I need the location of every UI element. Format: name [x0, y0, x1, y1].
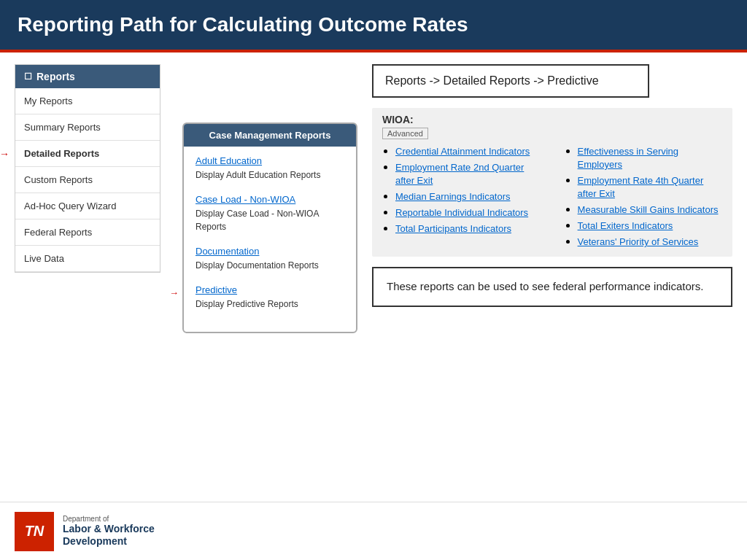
main-content: ​☐ Reports My Reports Summary Reports → …: [0, 52, 747, 489]
info-box: These reports can be used to see federal…: [372, 267, 732, 307]
list-item: Veterans' Priority of Services: [578, 235, 722, 248]
page-header: Reporting Path for Calculating Outcome R…: [0, 0, 747, 52]
sidebar-item-live-data[interactable]: Live Data: [15, 246, 160, 272]
list-item: Reportable Individual Indicators: [395, 206, 543, 219]
sidebar: ​☐ Reports My Reports Summary Reports → …: [15, 64, 160, 273]
wioa-list-2: Effectiveness in Serving Employers Emplo…: [565, 144, 722, 251]
veterans-priority-link[interactable]: Veterans' Priority of Services: [578, 236, 699, 247]
measurable-skill-link[interactable]: Measurable Skill Gains Indicators: [578, 204, 719, 215]
predictive-arrow-icon: →: [169, 287, 179, 298]
caseload-desc: Display Case Load - Non-WIOA Reports: [196, 209, 319, 232]
wioa-section: WIOA: Advanced Credential Attainment Ind…: [372, 108, 732, 257]
adult-education-link[interactable]: Adult Education: [196, 155, 344, 166]
credential-attainment-link[interactable]: Credential Attainment Indicators: [395, 146, 530, 157]
sidebar-item-federal-reports[interactable]: Federal Reports: [15, 219, 160, 246]
sidebar-arrow-icon: →: [0, 148, 9, 160]
total-exiters-link[interactable]: Total Exiters Indicators: [578, 220, 673, 231]
info-text: These reports can be used to see federal…: [387, 280, 703, 292]
footer-org-name: Labor & WorkforceDevelopment: [63, 523, 155, 548]
sidebar-item-detailed-reports[interactable]: → Detailed Reports: [15, 141, 160, 167]
case-panel-body: Adult Education Display Adult Education …: [184, 147, 356, 332]
list-item: Total Exiters Indicators: [578, 219, 722, 232]
list-item: Effectiveness in Serving Employers: [578, 144, 722, 171]
page-title: Reporting Path for Calculating Outcome R…: [18, 13, 729, 36]
predictive-desc: Display Predictive Reports: [196, 299, 298, 309]
reportable-individual-link[interactable]: Reportable Individual Indicators: [395, 207, 528, 218]
list-item: Credential Attainment Indicators: [395, 144, 543, 158]
wioa-subtitle: Advanced: [382, 128, 722, 139]
list-item: Employment Rate 2nd Quarter after Exit: [395, 160, 543, 187]
wioa-title: WIOA:: [382, 114, 722, 125]
footer-text: Department of Labor & WorkforceDevelopme…: [63, 515, 155, 548]
sidebar-item-my-reports[interactable]: My Reports: [15, 88, 160, 114]
list-item: Median Earnings Indicators: [395, 190, 543, 203]
path-box: Reports -> Detailed Reports -> Predictiv…: [372, 64, 649, 98]
case-panel-header: Case Management Reports: [184, 124, 356, 147]
case-report-caseload: Case Load - Non-WIOA Display Case Load -…: [196, 194, 344, 233]
footer: TN Department of Labor & WorkforceDevelo…: [0, 502, 747, 560]
wioa-list-1: Credential Attainment Indicators Employm…: [382, 144, 543, 251]
documentation-desc: Display Documentation Reports: [196, 260, 319, 271]
predictive-link[interactable]: Predictive: [196, 284, 344, 295]
footer-dept-label: Department of: [63, 515, 155, 523]
sidebar-item-label: Live Data: [24, 253, 64, 264]
sidebar-item-label: Summary Reports: [24, 122, 101, 133]
case-report-documentation: Documentation Display Documentation Repo…: [196, 246, 344, 271]
footer-logo: TN: [15, 512, 54, 551]
sidebar-item-summary-reports[interactable]: Summary Reports: [15, 114, 160, 141]
sidebar-header-label: Reports: [36, 71, 75, 82]
list-item: Measurable Skill Gains Indicators: [578, 203, 722, 216]
median-earnings-link[interactable]: Median Earnings Indicators: [395, 191, 511, 202]
case-report-predictive: → Predictive Display Predictive Reports: [196, 284, 344, 310]
caseload-link[interactable]: Case Load - Non-WIOA: [196, 194, 344, 205]
employment-rate-4q-link[interactable]: Employment Rate 4th Quarter after Exit: [578, 175, 704, 199]
list-item: Employment Rate 4th Quarter after Exit: [578, 174, 722, 200]
path-text: Reports -> Detailed Reports -> Predictiv…: [385, 74, 599, 87]
sidebar-item-label: Federal Reports: [24, 227, 92, 238]
effectiveness-employers-link[interactable]: Effectiveness in Serving Employers: [578, 146, 679, 170]
sidebar-item-label: Ad-Hoc Query Wizard: [24, 201, 116, 211]
documentation-link[interactable]: Documentation: [196, 246, 344, 257]
total-participants-link[interactable]: Total Participants Indicators: [395, 223, 511, 234]
adult-education-desc: Display Adult Education Reports: [196, 170, 320, 180]
case-management-panel: Case Management Reports Adult Education …: [182, 122, 357, 333]
sidebar-item-custom-reports[interactable]: Custom Reports: [15, 167, 160, 193]
right-panel: Reports -> Detailed Reports -> Predictiv…: [372, 64, 732, 477]
list-item: Total Participants Indicators: [395, 222, 543, 235]
footer-logo-text: TN: [25, 523, 44, 540]
sidebar-item-label: Detailed Reports: [24, 148, 99, 159]
sidebar-item-label: My Reports: [24, 96, 72, 106]
employment-rate-2q-link[interactable]: Employment Rate 2nd Quarter after Exit: [395, 162, 524, 186]
sidebar-item-adhoc[interactable]: Ad-Hoc Query Wizard: [15, 193, 160, 219]
sidebar-item-label: Custom Reports: [24, 174, 93, 185]
sidebar-header: ​☐ Reports: [15, 65, 160, 88]
wioa-lists: Credential Attainment Indicators Employm…: [382, 144, 722, 251]
wioa-advanced-badge: Advanced: [382, 128, 428, 139]
case-report-adult-education: Adult Education Display Adult Education …: [196, 155, 344, 181]
collapse-icon: ​☐: [24, 71, 32, 82]
case-panel-title: Case Management Reports: [209, 130, 331, 141]
